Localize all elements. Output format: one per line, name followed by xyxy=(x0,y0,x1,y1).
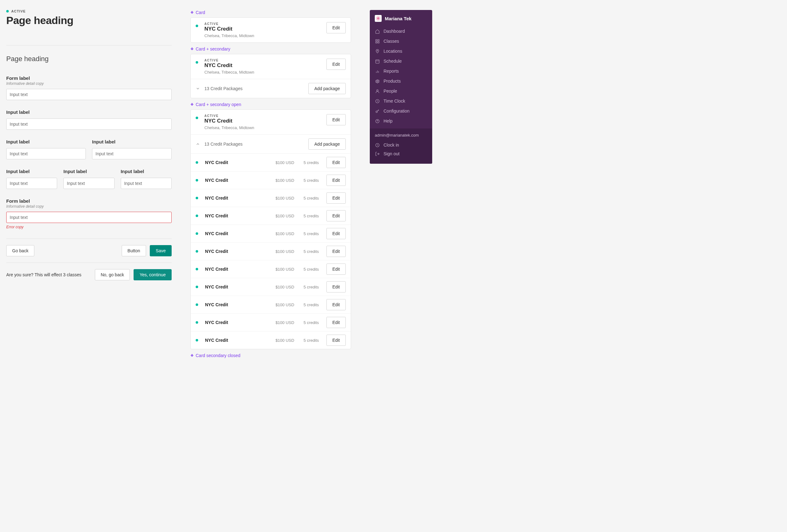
go-back-button[interactable]: Go back xyxy=(6,245,34,256)
secondary-button[interactable]: Button xyxy=(122,245,146,256)
package-name: NYC Credit xyxy=(205,267,268,272)
svg-rect-3 xyxy=(378,42,379,43)
diamond-icon: ❖ xyxy=(190,47,194,51)
nav-item-products[interactable]: Products xyxy=(370,76,432,86)
edit-button[interactable]: Edit xyxy=(326,299,346,310)
edit-button[interactable]: Edit xyxy=(326,114,346,125)
package-credits: 5 credits xyxy=(299,303,319,307)
chevron-up-icon xyxy=(196,142,201,146)
signout-icon xyxy=(375,151,380,156)
package-row: NYC Credit$100 USD5 creditsEdit xyxy=(191,313,351,331)
package-name: NYC Credit xyxy=(205,302,268,307)
input-label: Input label xyxy=(92,139,172,145)
card-expander[interactable]: 13 Credit Packages Add package xyxy=(191,79,351,98)
diamond-icon: ❖ xyxy=(190,353,194,358)
edit-button[interactable]: Edit xyxy=(326,22,346,34)
status-dot-icon xyxy=(196,61,198,64)
nav-label: Dashboard xyxy=(384,29,405,34)
nav-item-people[interactable]: People xyxy=(370,86,432,96)
chevron-down-icon xyxy=(196,86,201,91)
nav-item-time-clock[interactable]: Time Clock xyxy=(370,96,432,106)
logo-icon xyxy=(375,15,382,22)
status-dot-icon xyxy=(196,215,198,217)
package-price: $100 USD xyxy=(272,303,294,307)
edit-button[interactable]: Edit xyxy=(326,264,346,275)
status-dot-icon xyxy=(196,25,198,27)
package-price: $100 USD xyxy=(272,249,294,254)
brand: Mariana Tek xyxy=(370,10,432,26)
text-input[interactable] xyxy=(6,118,172,130)
text-input[interactable] xyxy=(63,178,114,189)
cog-icon xyxy=(375,79,380,84)
package-credits: 5 credits xyxy=(299,231,319,236)
package-credits: 5 credits xyxy=(299,320,319,325)
package-price: $100 USD xyxy=(272,178,294,183)
text-input[interactable] xyxy=(6,148,86,159)
nav-label: Configuration xyxy=(384,109,409,113)
edit-button[interactable]: Edit xyxy=(326,175,346,186)
package-price: $100 USD xyxy=(272,196,294,200)
text-input-error[interactable] xyxy=(6,212,172,223)
input-label: Input label xyxy=(121,169,172,174)
key-icon xyxy=(375,109,380,113)
status-dot-icon xyxy=(196,161,198,164)
specimen-text: Card secondary closed xyxy=(196,353,240,358)
package-credits: 5 credits xyxy=(299,160,319,165)
save-button[interactable]: Save xyxy=(150,245,172,256)
nav-item-locations[interactable]: Locations xyxy=(370,46,432,56)
nav-item-help[interactable]: Help xyxy=(370,116,432,126)
nav-label: People xyxy=(384,89,397,93)
status-dot-icon xyxy=(196,339,198,341)
edit-button[interactable]: Edit xyxy=(326,228,346,239)
card-status: ACTIVE xyxy=(205,22,323,26)
edit-button[interactable]: Edit xyxy=(326,335,346,346)
card-secondary: ACTIVE NYC Credit Chelsea, Tribecca, Mid… xyxy=(190,54,351,98)
edit-button[interactable]: Edit xyxy=(326,59,346,70)
grid-icon xyxy=(375,39,380,44)
edit-button[interactable]: Edit xyxy=(326,193,346,204)
svg-rect-1 xyxy=(378,39,379,41)
status-dot-icon xyxy=(196,321,198,324)
package-price: $100 USD xyxy=(272,338,294,343)
edit-button[interactable]: Edit xyxy=(326,210,346,221)
user-email: admin@marianatek.com xyxy=(375,133,427,137)
package-name: NYC Credit xyxy=(205,231,268,236)
package-credits: 5 credits xyxy=(299,196,319,200)
edit-button[interactable]: Edit xyxy=(326,317,346,328)
form-detail: Informative detail copy xyxy=(6,81,172,86)
text-input[interactable] xyxy=(92,148,172,159)
nav-item-dashboard[interactable]: Dashboard xyxy=(370,26,432,36)
status-dot-icon xyxy=(196,197,198,199)
nav-item-configuration[interactable]: Configuration xyxy=(370,106,432,116)
card: ACTIVE NYC Credit Chelsea, Tribecca, Mid… xyxy=(190,18,351,43)
status-text: ACTIVE xyxy=(11,9,26,13)
confirm-text: Are you sure? This will effect 3 classes xyxy=(6,272,82,277)
footer-item-sign-out[interactable]: Sign out xyxy=(375,149,427,158)
package-row: NYC Credit$100 USD5 creditsEdit xyxy=(191,189,351,207)
package-name: NYC Credit xyxy=(205,196,268,200)
edit-button[interactable]: Edit xyxy=(326,281,346,292)
package-row: NYC Credit$100 USD5 creditsEdit xyxy=(191,242,351,260)
text-input[interactable] xyxy=(6,89,172,100)
status-dot-icon xyxy=(196,250,198,252)
package-price: $100 USD xyxy=(272,320,294,325)
add-package-button[interactable]: Add package xyxy=(308,138,346,150)
add-package-button[interactable]: Add package xyxy=(308,83,346,94)
nav-item-schedule[interactable]: Schedule xyxy=(370,56,432,66)
svg-point-4 xyxy=(377,50,378,51)
text-input[interactable] xyxy=(121,178,172,189)
input-label: Input label xyxy=(63,169,114,174)
nav-item-classes[interactable]: Classes xyxy=(370,36,432,46)
package-name: NYC Credit xyxy=(205,338,268,343)
specimen-text: Card + secondary open xyxy=(196,102,241,107)
text-input[interactable] xyxy=(6,178,57,189)
specimen-label: ❖ Card xyxy=(190,10,351,15)
yes-button[interactable]: Yes, continue xyxy=(133,269,172,280)
edit-button[interactable]: Edit xyxy=(326,157,346,168)
no-button[interactable]: No, go back xyxy=(95,269,130,280)
footer-item-clock-in[interactable]: Clock in xyxy=(375,141,427,149)
package-price: $100 USD xyxy=(272,285,294,289)
card-expander[interactable]: 13 Credit Packages Add package xyxy=(191,134,351,153)
edit-button[interactable]: Edit xyxy=(326,246,346,257)
nav-item-reports[interactable]: Reports xyxy=(370,66,432,76)
